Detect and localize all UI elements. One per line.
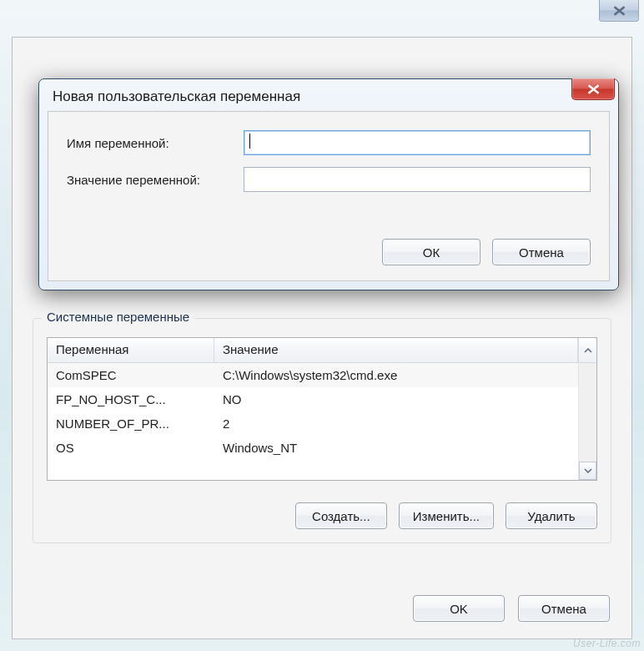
modal-ok-button[interactable]: ОК xyxy=(382,239,480,265)
system-group-title: Системные переменные xyxy=(42,310,194,324)
scroll-up-button[interactable] xyxy=(578,338,596,362)
cell-name: NUMBER_OF_PR... xyxy=(48,415,214,432)
modal-title: Новая пользовательская переменная xyxy=(53,88,300,105)
delete-button[interactable]: Удалить xyxy=(506,502,597,529)
modal-buttons-row: ОК Отмена xyxy=(382,239,591,265)
cell-value: Windows_NT xyxy=(214,439,596,457)
table-row[interactable]: OS Windows_NT xyxy=(48,436,596,460)
cell-name: ComSPEC xyxy=(48,366,214,384)
scrollbar[interactable] xyxy=(578,363,596,480)
cell-value: 2 xyxy=(214,415,596,432)
cancel-button[interactable]: Отмена xyxy=(518,595,610,622)
table-body: ComSPEC C:\Windows\system32\cmd.exe FP_N… xyxy=(48,363,596,480)
edit-button[interactable]: Изменить... xyxy=(399,502,494,529)
variable-name-input[interactable] xyxy=(244,130,591,155)
system-variables-group: Системные переменные Переменная Значение… xyxy=(33,318,611,543)
variable-value-row: Значение переменной: xyxy=(67,167,591,192)
cell-name: FP_NO_HOST_C... xyxy=(48,391,214,408)
ok-button[interactable]: OK xyxy=(413,595,505,622)
variable-name-label: Имя переменной: xyxy=(67,136,244,150)
cell-name: OS xyxy=(48,439,214,457)
system-variables-table[interactable]: Переменная Значение ComSPEC C:\Windows\s… xyxy=(47,337,597,481)
cell-value: NO xyxy=(214,391,596,408)
column-variable[interactable]: Переменная xyxy=(48,338,214,362)
column-value[interactable]: Значение xyxy=(214,338,578,362)
parent-close-button[interactable] xyxy=(599,0,639,22)
scroll-down-button[interactable] xyxy=(579,462,596,480)
modal-titlebar[interactable]: Новая пользовательская переменная xyxy=(44,84,613,109)
scrollbar-track[interactable] xyxy=(579,363,596,462)
modal-cancel-button[interactable]: Отмена xyxy=(492,239,591,265)
system-buttons-row: Создать... Изменить... Удалить xyxy=(295,502,597,529)
variable-value-input[interactable] xyxy=(244,167,591,192)
variable-value-label: Значение переменной: xyxy=(67,173,244,187)
new-user-variable-dialog: Новая пользовательская переменная Имя пе… xyxy=(38,78,619,290)
close-icon xyxy=(613,6,626,16)
chevron-up-icon xyxy=(584,348,592,353)
cell-value: C:\Windows\system32\cmd.exe xyxy=(214,366,596,384)
create-button[interactable]: Создать... xyxy=(295,502,387,529)
close-icon xyxy=(587,84,600,94)
modal-client-area: Имя переменной: Значение переменной: ОК … xyxy=(48,111,610,281)
table-row[interactable]: NUMBER_OF_PR... 2 xyxy=(48,411,596,436)
parent-bottom-buttons: OK Отмена xyxy=(413,595,610,622)
table-row[interactable]: ComSPEC C:\Windows\system32\cmd.exe xyxy=(48,363,596,387)
watermark: User-Life.com xyxy=(573,638,641,649)
variable-name-row: Имя переменной: xyxy=(67,130,591,155)
chevron-down-icon xyxy=(584,468,592,473)
modal-close-button[interactable] xyxy=(571,78,615,100)
table-header: Переменная Значение xyxy=(48,338,596,363)
table-row[interactable]: FP_NO_HOST_C... NO xyxy=(48,387,596,411)
